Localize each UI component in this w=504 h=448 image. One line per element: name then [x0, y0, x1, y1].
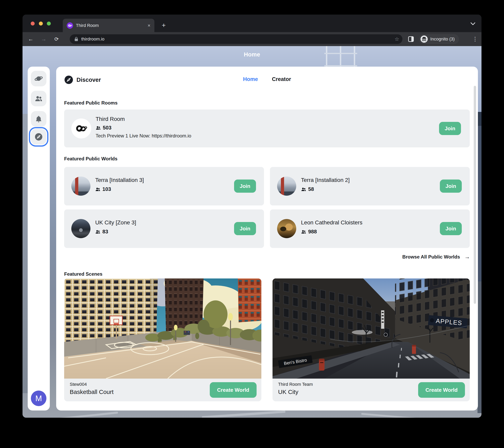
- room-card: Third Room 503 Tech Preview 1 Live Now: …: [64, 110, 470, 147]
- world-card: Terra [Installation 3] 103 Join: [64, 167, 264, 205]
- scene-card-basketball-court: Stew004 Basketball Court Create World: [64, 278, 261, 401]
- thirdroom-favicon: [67, 22, 73, 29]
- room-members: 503: [96, 125, 111, 131]
- incognito-label: Incognito (3): [430, 37, 455, 42]
- arrow-right-icon: →: [464, 254, 470, 260]
- tab-title: Third Room: [76, 23, 148, 28]
- world-name: UK City [Zone 3]: [95, 219, 136, 226]
- browse-all-label: Browse All Public Worlds: [402, 254, 460, 260]
- browser-menu-button[interactable]: ⋮: [471, 35, 479, 43]
- room-name: Third Room: [96, 116, 125, 122]
- join-world-button[interactable]: Join: [440, 222, 462, 235]
- tab-close-icon[interactable]: ×: [148, 23, 150, 28]
- section-label-rooms: Featured Public Rooms: [64, 100, 118, 106]
- reload-button[interactable]: ⟳: [52, 35, 61, 43]
- tab-home[interactable]: Home: [243, 76, 258, 82]
- browser-tab[interactable]: Third Room ×: [63, 19, 154, 32]
- members-icon: [95, 187, 100, 192]
- discover-tabs: Home Creator: [56, 76, 478, 82]
- member-count: 988: [308, 229, 317, 235]
- incognito-badge: Incognito (3): [419, 34, 459, 44]
- members-icon: [95, 229, 100, 234]
- planet-icon: [35, 74, 43, 83]
- page-title: Home: [22, 51, 482, 58]
- world-members: 988: [301, 229, 317, 235]
- browser-toolbar: ← → ⟳ thirdroom.io ☆ Incognito (3) ⋮: [22, 32, 482, 46]
- side-panel-icon[interactable]: [408, 36, 414, 42]
- scrollbar-thumb[interactable]: [474, 86, 476, 304]
- scene-footer: Third Room Team UK City Create World: [272, 379, 470, 401]
- world-members: 83: [95, 229, 108, 235]
- bell-icon: [35, 115, 42, 123]
- world-name: Leon Cathedral Cloisters: [301, 219, 362, 226]
- world-card: UK City [Zone 3] 83 Join: [64, 210, 264, 248]
- bg-right-scene: [478, 126, 482, 281]
- url-text: thirdroom.io: [81, 37, 104, 42]
- sidebar-item-discover[interactable]: [31, 129, 46, 145]
- world-avatar: [71, 176, 90, 196]
- people-icon: [35, 95, 43, 102]
- uk-city-image: APPLES Ben's Bistro: [272, 278, 470, 379]
- scene-card-uk-city: APPLES Ben's Bistro: [272, 278, 470, 401]
- join-room-button[interactable]: Join: [439, 122, 461, 135]
- discover-panel: Discover Home Creator Featured Public Ro…: [56, 67, 478, 410]
- thirdroom-logo-icon: [75, 122, 88, 135]
- member-count: 58: [308, 186, 314, 192]
- traffic-minimize-button[interactable]: [39, 21, 43, 25]
- members-icon: [96, 125, 101, 130]
- bookmark-star-icon[interactable]: ☆: [395, 34, 399, 44]
- create-world-button[interactable]: Create World: [418, 382, 465, 398]
- world-members: 58: [301, 186, 314, 192]
- sidebar-item-friends[interactable]: [31, 91, 46, 106]
- user-avatar[interactable]: M: [31, 390, 46, 406]
- tab-creator[interactable]: Creator: [272, 76, 291, 82]
- traffic-close-button[interactable]: [31, 21, 35, 25]
- join-world-button[interactable]: Join: [440, 179, 462, 193]
- bg-floor-streak: [202, 410, 286, 418]
- world-card: Terra [Installation 2] 58 Join: [270, 167, 470, 205]
- forward-button[interactable]: →: [39, 35, 48, 43]
- app-sidebar: M: [28, 67, 50, 410]
- bg-right-scene: [478, 281, 482, 413]
- tab-search-chevron-icon[interactable]: [470, 22, 475, 26]
- member-count: 103: [102, 186, 111, 192]
- tab-strip: Third Room × +: [22, 15, 482, 32]
- world-name: Terra [Installation 2]: [301, 177, 350, 183]
- thirdroom-logo-icon: [68, 23, 72, 28]
- basketball-court-image: [64, 278, 261, 379]
- scene-author: Third Room Team: [278, 382, 313, 387]
- back-button[interactable]: ←: [26, 35, 35, 43]
- world-avatar: [71, 219, 90, 238]
- scene-author: Stew004: [70, 382, 87, 387]
- scene-footer: Stew004 Basketball Court Create World: [64, 379, 261, 401]
- member-count: 503: [103, 125, 111, 131]
- section-label-scenes: Featured Scenes: [64, 271, 102, 277]
- bg-floor-streak: [54, 411, 118, 418]
- join-world-button[interactable]: Join: [234, 179, 256, 193]
- member-count: 83: [102, 229, 108, 235]
- sidebar-item-notifications[interactable]: [31, 111, 46, 127]
- browse-all-public-worlds-link[interactable]: Browse All Public Worlds →: [402, 254, 470, 260]
- members-icon: [301, 187, 306, 192]
- world-avatar: [277, 219, 296, 238]
- bg-left-scene: [22, 114, 28, 393]
- scene-name: Basketball Court: [70, 389, 114, 395]
- room-topic: Tech Preview 1 Live Now: https://thirdro…: [96, 133, 191, 139]
- incognito-icon: [420, 35, 428, 43]
- new-tab-button[interactable]: +: [159, 21, 168, 30]
- section-label-worlds: Featured Public Worlds: [64, 156, 118, 162]
- create-world-button[interactable]: Create World: [210, 382, 257, 398]
- traffic-zoom-button[interactable]: [47, 21, 51, 25]
- lock-icon: [74, 37, 78, 42]
- world-avatar: [277, 176, 296, 196]
- room-avatar: [71, 118, 91, 138]
- address-bar[interactable]: thirdroom.io ☆: [70, 34, 402, 44]
- world-card: Leon Cathedral Cloisters 988 Join: [270, 210, 470, 248]
- world-name: Terra [Installation 3]: [95, 177, 144, 183]
- compass-icon: [35, 133, 43, 141]
- sidebar-item-worlds[interactable]: [31, 71, 46, 86]
- join-world-button[interactable]: Join: [234, 222, 256, 235]
- browser-window: Third Room × + ← → ⟳ thirdroom.io ☆: [22, 15, 482, 418]
- bg-floor-streak: [361, 413, 421, 418]
- world-members: 103: [95, 186, 111, 192]
